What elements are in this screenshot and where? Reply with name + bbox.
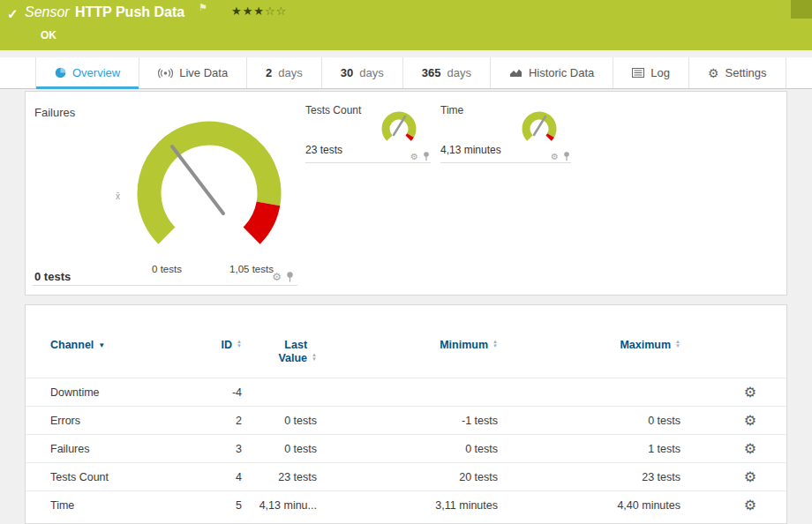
flag-icon[interactable]: ⚑ [199, 2, 207, 13]
tab-number: 365 [422, 66, 441, 79]
live-data-icon [158, 68, 173, 79]
settings-gear-icon: ⚙ [708, 67, 719, 79]
gauge-actions: ⚙ [410, 152, 430, 161]
tab-label: Overview [72, 66, 120, 79]
channel-name[interactable]: Downtime [26, 378, 189, 407]
channel-last-value [242, 378, 317, 407]
sort-icon: ▲▼ [237, 340, 242, 348]
tab-unit: days [447, 66, 470, 79]
channel-last-value: 23 tests [242, 463, 317, 491]
channel-settings-icon[interactable]: ⚙ [744, 413, 756, 428]
gauge-title: Tests Count [305, 104, 361, 116]
channel-maximum: 4,40 minutes [498, 491, 680, 520]
stars-filled[interactable]: ★★★ [231, 4, 265, 18]
column-header-minimum[interactable]: Minimum▲▼ [317, 332, 498, 378]
mean-marker: x̄ [116, 191, 120, 201]
column-header-channel[interactable]: Channel▼ [26, 332, 189, 378]
sort-icon: ▲▼ [312, 353, 317, 362]
column-label: LastValue [278, 339, 307, 365]
time-gauge: Time 4,13 minutes ⚙ [440, 102, 571, 163]
tab-label: Historic Data [529, 66, 594, 79]
column-label: Channel [50, 339, 94, 351]
failures-gauge-dial [121, 101, 297, 277]
gauge-scale-min: 0 tests [132, 264, 202, 274]
column-header-maximum[interactable]: Maximum▲▼ [498, 332, 680, 378]
sensor-title: HTTP Push Data [75, 4, 184, 20]
channel-last-value: 4,13 minu... [242, 491, 317, 520]
channel-minimum: 0 tests [317, 435, 498, 463]
table-row[interactable]: Errors 2 0 tests -1 tests 0 tests ⚙ [26, 407, 787, 435]
tab-bar: Overview Live Data 2 days 30 days 365 da… [0, 57, 812, 89]
log-icon [632, 68, 644, 78]
tab-live-data[interactable]: Live Data [139, 57, 247, 88]
channels-table: Channel▼ ID▲▼ LastValue▲▼ Minimum▲▼ Maxi… [26, 332, 787, 520]
gear-icon[interactable]: ⚙ [272, 271, 282, 283]
stars-empty[interactable]: ☆☆ [265, 4, 287, 18]
tab-label: Live Data [179, 66, 228, 79]
tab-overview[interactable]: Overview [35, 57, 139, 88]
tab-label: Log [650, 66, 670, 79]
channel-name[interactable]: Failures [26, 435, 189, 463]
tab-settings[interactable]: ⚙ Settings [689, 57, 786, 88]
overview-icon [55, 67, 66, 79]
table-row[interactable]: Downtime -4 ⚙ [26, 378, 787, 407]
tests-count-gauge: Tests Count 23 tests ⚙ [305, 102, 431, 163]
gauge-actions: ⚙ [551, 152, 570, 161]
table-row[interactable]: Tests Count 4 23 tests 20 tests 23 tests… [26, 463, 787, 491]
sort-desc-icon: ▼ [98, 341, 105, 349]
priority-rating[interactable]: ★★★☆☆ [231, 4, 287, 18]
gear-icon[interactable]: ⚙ [551, 152, 559, 161]
gauge-actions: ⚙ [272, 271, 294, 283]
table-header-row: Channel▼ ID▲▼ LastValue▲▼ Minimum▲▼ Maxi… [26, 332, 787, 378]
time-gauge-dial [518, 106, 562, 150]
channel-last-value: 0 tests [242, 407, 317, 435]
tab-30-days[interactable]: 30 days [322, 57, 403, 88]
channel-maximum [498, 378, 680, 407]
failures-gauge: Failures x̄ 0 tests 1,05 tests 0 tests ⚙ [33, 99, 297, 286]
table-row[interactable]: Failures 3 0 tests 0 tests 1 tests ⚙ [26, 435, 787, 463]
tab-historic-data[interactable]: Historic Data [491, 57, 613, 88]
sort-icon: ▲▼ [492, 340, 498, 348]
gauge-title: Time [440, 104, 463, 116]
channel-id: 3 [189, 435, 242, 463]
gauge-current-value: 23 tests [305, 144, 342, 156]
channel-settings-icon[interactable]: ⚙ [744, 498, 756, 513]
channel-minimum [317, 378, 498, 407]
channel-minimum: 20 tests [317, 463, 498, 491]
sensor-header: ✓ Sensor HTTP Push Data ⚑ ★★★☆☆ OK [0, 0, 812, 50]
channel-name[interactable]: Errors [26, 407, 189, 435]
channel-settings-icon[interactable]: ⚙ [744, 385, 756, 400]
channel-id: -4 [189, 378, 242, 407]
pin-icon[interactable] [423, 152, 430, 161]
channel-name[interactable]: Tests Count [26, 463, 189, 491]
tab-label: Settings [726, 66, 767, 79]
gauge-current-value: 4,13 minutes [440, 144, 501, 156]
column-header-id[interactable]: ID▲▼ [189, 332, 242, 378]
sensor-kind-label: Sensor [25, 4, 70, 20]
channel-name[interactable]: Time [26, 491, 189, 520]
channels-panel: Channel▼ ID▲▼ LastValue▲▼ Minimum▲▼ Maxi… [25, 304, 787, 524]
tab-2-days[interactable]: 2 days [247, 57, 322, 88]
pin-icon[interactable] [563, 152, 570, 161]
column-label: Maximum [620, 339, 671, 351]
tab-365-days[interactable]: 365 days [403, 57, 491, 88]
channel-id: 5 [189, 491, 242, 520]
gauge-needle [172, 146, 223, 213]
pin-icon[interactable] [286, 272, 294, 282]
channel-settings-icon[interactable]: ⚙ [744, 441, 756, 456]
column-header-last-value[interactable]: LastValue▲▼ [242, 332, 317, 378]
tab-log[interactable]: Log [613, 57, 689, 88]
prtg-sensor-page: ✓ Sensor HTTP Push Data ⚑ ★★★☆☆ OK Overv… [0, 0, 812, 524]
channel-maximum: 1 tests [498, 435, 680, 463]
gear-icon[interactable]: ⚙ [410, 152, 418, 161]
channel-minimum: -1 tests [317, 407, 498, 435]
table-row[interactable]: Time 5 4,13 minu... 3,11 minutes 4,40 mi… [26, 491, 787, 520]
tab-number: 2 [266, 66, 272, 79]
tab-number: 30 [341, 66, 353, 79]
gauge-title: Failures [34, 106, 75, 119]
channel-settings-icon[interactable]: ⚙ [744, 469, 756, 484]
historic-data-icon [509, 68, 523, 78]
channel-maximum: 0 tests [498, 407, 680, 435]
header-corner-button[interactable] [791, 0, 812, 19]
tab-unit: days [278, 66, 302, 79]
